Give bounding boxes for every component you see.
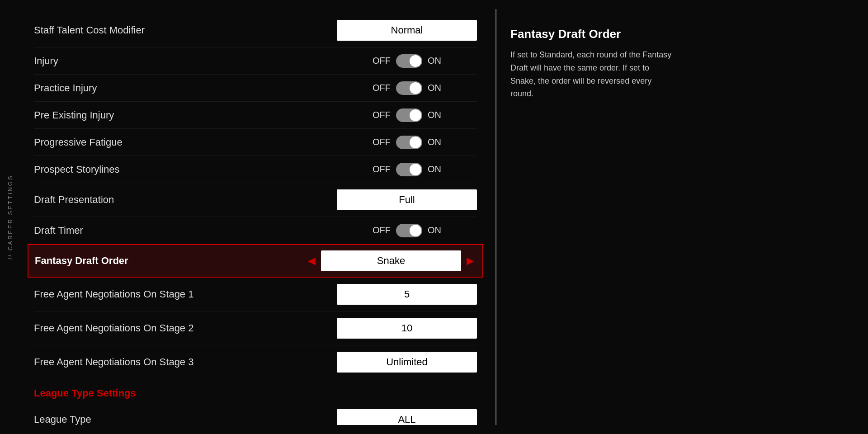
label-draft-timer: Draft Timer: [34, 225, 83, 236]
toggle-prospect-storylines[interactable]: OFF ON: [337, 163, 477, 176]
toggle-track-prospect-storylines[interactable]: [396, 163, 422, 176]
toggle-off-label-pre-existing-injury: OFF: [373, 110, 391, 120]
info-panel-title: Fantasy Draft Order: [510, 27, 672, 41]
label-league-type: League Type: [34, 414, 91, 425]
value-arrows-container-fantasy-draft-order: ◀ Snake ▶: [306, 250, 476, 271]
toggle-track-injury[interactable]: [396, 54, 422, 68]
toggle-on-label-progressive-fatigue: ON: [428, 137, 441, 147]
toggle-track-practice-injury[interactable]: [396, 81, 422, 95]
row-draft-timer: Draft Timer OFF ON: [34, 217, 477, 244]
arrow-left-fantasy-draft-order[interactable]: ◀: [306, 255, 317, 267]
toggle-thumb-draft-timer: [410, 225, 421, 236]
toggle-progressive-fatigue[interactable]: OFF ON: [337, 136, 477, 149]
row-injury: Injury OFF ON: [34, 47, 477, 75]
toggle-on-label-pre-existing-injury: ON: [428, 110, 441, 120]
info-panel: Fantasy Draft Order If set to Standard, …: [496, 9, 686, 425]
main-content: Staff Talent Cost Modifier Normal Injury…: [20, 0, 868, 434]
row-prospect-storylines: Prospect Storylines OFF ON: [34, 156, 477, 183]
toggle-on-label-practice-injury: ON: [428, 83, 441, 93]
toggle-on-label-draft-timer: ON: [428, 225, 441, 236]
row-pre-existing-injury: Pre Existing Injury OFF ON: [34, 102, 477, 129]
toggle-thumb-injury: [410, 55, 421, 67]
toggle-off-label-prospect-storylines: OFF: [373, 164, 391, 175]
label-progressive-fatigue: Progressive Fatigue: [34, 137, 123, 148]
row-free-agent-negotiations-stage-2: Free Agent Negotiations On Stage 2 10: [34, 311, 477, 345]
section-header-league-type: League Type Settings: [34, 379, 477, 403]
value-box-free-agent-negotiations-stage-1[interactable]: 5: [337, 284, 477, 305]
row-free-agent-negotiations-stage-3: Free Agent Negotiations On Stage 3 Unlim…: [34, 345, 477, 379]
toggle-off-label-draft-timer: OFF: [373, 225, 391, 236]
row-league-type: League Type ALL: [34, 403, 477, 425]
label-free-agent-negotiations-stage-1: Free Agent Negotiations On Stage 1: [34, 288, 193, 300]
toggle-injury[interactable]: OFF ON: [337, 54, 477, 68]
value-box-draft-presentation[interactable]: Full: [337, 189, 477, 210]
sidebar-label: // CAREER SETTINGS: [0, 0, 20, 434]
row-draft-presentation: Draft Presentation Full: [34, 183, 477, 217]
toggle-practice-injury[interactable]: OFF ON: [337, 81, 477, 95]
toggle-thumb-progressive-fatigue: [410, 137, 421, 148]
label-prospect-storylines: Prospect Storylines: [34, 164, 120, 175]
label-practice-injury: Practice Injury: [34, 82, 97, 94]
row-progressive-fatigue: Progressive Fatigue OFF ON: [34, 129, 477, 156]
row-practice-injury: Practice Injury OFF ON: [34, 75, 477, 102]
value-box-free-agent-negotiations-stage-2[interactable]: 10: [337, 318, 477, 339]
label-staff-talent-cost-modifier: Staff Talent Cost Modifier: [34, 24, 145, 36]
toggle-thumb-practice-injury: [410, 82, 421, 94]
label-free-agent-negotiations-stage-3: Free Agent Negotiations On Stage 3: [34, 356, 193, 368]
value-box-fantasy-draft-order[interactable]: Snake: [321, 250, 461, 271]
arrow-right-fantasy-draft-order[interactable]: ▶: [465, 255, 476, 267]
settings-rows: Staff Talent Cost Modifier Normal Injury…: [34, 14, 477, 379]
label-draft-presentation: Draft Presentation: [34, 194, 114, 206]
value-box-league-type[interactable]: ALL: [337, 409, 477, 425]
league-rows: League Type ALL Coach Firing CPU Only Ca…: [34, 403, 477, 425]
row-free-agent-negotiations-stage-1: Free Agent Negotiations On Stage 1 5: [34, 278, 477, 311]
toggle-off-label-progressive-fatigue: OFF: [373, 137, 391, 147]
toggle-track-pre-existing-injury[interactable]: [396, 108, 422, 122]
selector-arrow: ➜: [20, 254, 21, 269]
label-fantasy-draft-order: Fantasy Draft Order: [35, 255, 128, 267]
value-box-free-agent-negotiations-stage-3[interactable]: Unlimited: [337, 352, 477, 373]
row-fantasy-draft-order: ➜ Fantasy Draft Order ◀ Snake ▶: [28, 244, 483, 278]
toggle-thumb-pre-existing-injury: [410, 109, 421, 121]
toggle-track-draft-timer[interactable]: [396, 224, 422, 237]
toggle-draft-timer[interactable]: OFF ON: [337, 224, 477, 237]
toggle-on-label-injury: ON: [428, 56, 441, 66]
value-box-staff-talent-cost-modifier[interactable]: Normal: [337, 20, 477, 41]
label-injury: Injury: [34, 55, 58, 67]
info-panel-description: If set to Standard, each round of the Fa…: [510, 48, 672, 100]
label-pre-existing-injury: Pre Existing Injury: [34, 109, 114, 121]
toggle-track-progressive-fatigue[interactable]: [396, 136, 422, 149]
settings-panel: Staff Talent Cost Modifier Normal Injury…: [20, 9, 495, 425]
row-staff-talent-cost-modifier: Staff Talent Cost Modifier Normal: [34, 14, 477, 47]
label-free-agent-negotiations-stage-2: Free Agent Negotiations On Stage 2: [34, 322, 193, 334]
toggle-thumb-prospect-storylines: [410, 164, 421, 175]
toggle-on-label-prospect-storylines: ON: [428, 164, 441, 175]
toggle-off-label-injury: OFF: [373, 56, 391, 66]
toggle-off-label-practice-injury: OFF: [373, 83, 391, 93]
toggle-pre-existing-injury[interactable]: OFF ON: [337, 108, 477, 122]
